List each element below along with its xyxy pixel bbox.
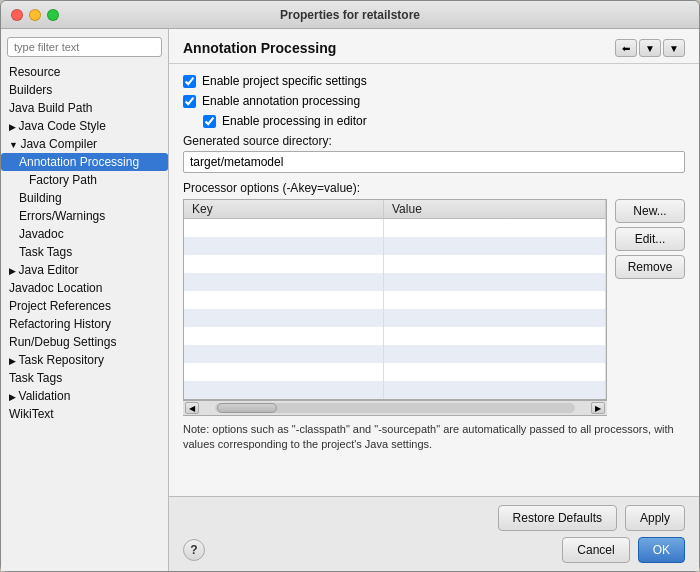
key-column-header: Key: [184, 200, 384, 218]
enable-processing-editor-checkbox[interactable]: [203, 115, 216, 128]
key-cell: [184, 219, 384, 237]
value-cell: [384, 255, 606, 273]
sidebar-item-project-references[interactable]: Project References: [1, 297, 168, 315]
sidebar-item-resource[interactable]: Resource: [1, 63, 168, 81]
scroll-right-arrow[interactable]: ▶: [591, 402, 605, 414]
sidebar-item-java-compiler[interactable]: Java Compiler: [1, 135, 168, 153]
value-cell: [384, 345, 606, 363]
sidebar-item-validation[interactable]: Validation: [1, 387, 168, 405]
sidebar-item-annotation-processing[interactable]: Annotation Processing: [1, 153, 168, 171]
table-row: [184, 219, 606, 237]
enable-processing-editor-row: Enable processing in editor: [203, 114, 685, 128]
table-row: [184, 291, 606, 309]
value-cell: [384, 273, 606, 291]
scroll-left-arrow[interactable]: ◀: [185, 402, 199, 414]
value-column-header: Value: [384, 200, 606, 218]
panel-title: Annotation Processing: [183, 40, 336, 56]
cancel-button[interactable]: Cancel: [562, 537, 629, 563]
restore-defaults-button[interactable]: Restore Defaults: [498, 505, 617, 531]
value-cell: [384, 309, 606, 327]
key-cell: [184, 309, 384, 327]
main-content: ResourceBuildersJava Build PathJava Code…: [1, 29, 699, 571]
table-row: [184, 309, 606, 327]
enable-annotation-processing-checkbox[interactable]: [183, 95, 196, 108]
value-cell: [384, 381, 606, 399]
cancel-ok-row: ? Cancel OK: [183, 537, 685, 563]
right-panel: Annotation Processing ⬅ ▼ ▼ Enable proje…: [169, 29, 699, 571]
generated-source-dir-input[interactable]: [183, 151, 685, 173]
sidebar-filter-area: [7, 37, 162, 57]
table-row: [184, 273, 606, 291]
value-cell: [384, 219, 606, 237]
sidebar-item-refactoring-history[interactable]: Refactoring History: [1, 315, 168, 333]
remove-button[interactable]: Remove: [615, 255, 685, 279]
table-action-buttons: New... Edit... Remove: [615, 199, 685, 416]
key-cell: [184, 363, 384, 381]
titlebar: Properties for retailstore: [1, 1, 699, 29]
enable-project-specific-row: Enable project specific settings: [183, 74, 685, 88]
table-area: Key Value: [183, 199, 685, 416]
sidebar: ResourceBuildersJava Build PathJava Code…: [1, 29, 169, 571]
sidebar-items-container: ResourceBuildersJava Build PathJava Code…: [1, 63, 168, 423]
enable-processing-editor-label: Enable processing in editor: [222, 114, 367, 128]
close-button[interactable]: [11, 9, 23, 21]
key-cell: [184, 255, 384, 273]
minimize-button[interactable]: [29, 9, 41, 21]
table-row: [184, 363, 606, 381]
enable-annotation-processing-label: Enable annotation processing: [202, 94, 360, 108]
sidebar-item-builders[interactable]: Builders: [1, 81, 168, 99]
sidebar-item-building[interactable]: Building: [1, 189, 168, 207]
enable-annotation-processing-row: Enable annotation processing: [183, 94, 685, 108]
sidebar-item-factory-path[interactable]: Factory Path: [1, 171, 168, 189]
sidebar-item-run-debug-settings[interactable]: Run/Debug Settings: [1, 333, 168, 351]
sidebar-item-errors-warnings[interactable]: Errors/Warnings: [1, 207, 168, 225]
horizontal-scrollbar[interactable]: ◀ ▶: [183, 400, 607, 416]
key-cell: [184, 381, 384, 399]
key-cell: [184, 237, 384, 255]
sidebar-item-task-tags2[interactable]: Task Tags: [1, 369, 168, 387]
toolbar-menu-button[interactable]: ▼: [663, 39, 685, 57]
sidebar-item-java-editor[interactable]: Java Editor: [1, 261, 168, 279]
scrollbar-thumb[interactable]: [217, 403, 277, 413]
key-cell: [184, 345, 384, 363]
table-row: [184, 327, 606, 345]
value-cell: [384, 363, 606, 381]
processor-options-label: Processor options (-Akey=value):: [183, 181, 685, 195]
panel-toolbar: ⬅ ▼ ▼: [615, 39, 685, 57]
edit-button[interactable]: Edit...: [615, 227, 685, 251]
sidebar-item-task-repository[interactable]: Task Repository: [1, 351, 168, 369]
filter-input[interactable]: [7, 37, 162, 57]
value-cell: [384, 237, 606, 255]
generated-source-dir-label: Generated source directory:: [183, 134, 685, 148]
ok-button[interactable]: OK: [638, 537, 685, 563]
properties-window: Properties for retailstore ResourceBuild…: [0, 0, 700, 572]
restore-apply-row: Restore Defaults Apply: [183, 505, 685, 531]
sidebar-item-wikitext[interactable]: WikiText: [1, 405, 168, 423]
window-buttons: [11, 9, 59, 21]
panel-header: Annotation Processing ⬅ ▼ ▼: [169, 29, 699, 64]
value-cell: [384, 327, 606, 345]
table-row: [184, 237, 606, 255]
maximize-button[interactable]: [47, 9, 59, 21]
key-cell: [184, 291, 384, 309]
processor-options-table[interactable]: Key Value: [183, 199, 607, 400]
key-cell: [184, 327, 384, 345]
enable-project-specific-checkbox[interactable]: [183, 75, 196, 88]
new-button[interactable]: New...: [615, 199, 685, 223]
toolbar-back-button[interactable]: ⬅: [615, 39, 637, 57]
sidebar-item-java-build-path[interactable]: Java Build Path: [1, 99, 168, 117]
scrollbar-track[interactable]: [215, 403, 575, 413]
sidebar-item-javadoc[interactable]: Javadoc: [1, 225, 168, 243]
help-button[interactable]: ?: [183, 539, 205, 561]
sidebar-item-task-tags[interactable]: Task Tags: [1, 243, 168, 261]
window-title: Properties for retailstore: [280, 8, 420, 22]
sidebar-item-javadoc-location[interactable]: Javadoc Location: [1, 279, 168, 297]
panel-body: Enable project specific settings Enable …: [169, 64, 699, 496]
table-wrapper: Key Value: [183, 199, 607, 416]
toolbar-forward-button[interactable]: ▼: [639, 39, 661, 57]
table-row: [184, 255, 606, 273]
table-header: Key Value: [184, 200, 606, 219]
sidebar-item-java-code-style[interactable]: Java Code Style: [1, 117, 168, 135]
value-cell: [384, 291, 606, 309]
apply-button[interactable]: Apply: [625, 505, 685, 531]
